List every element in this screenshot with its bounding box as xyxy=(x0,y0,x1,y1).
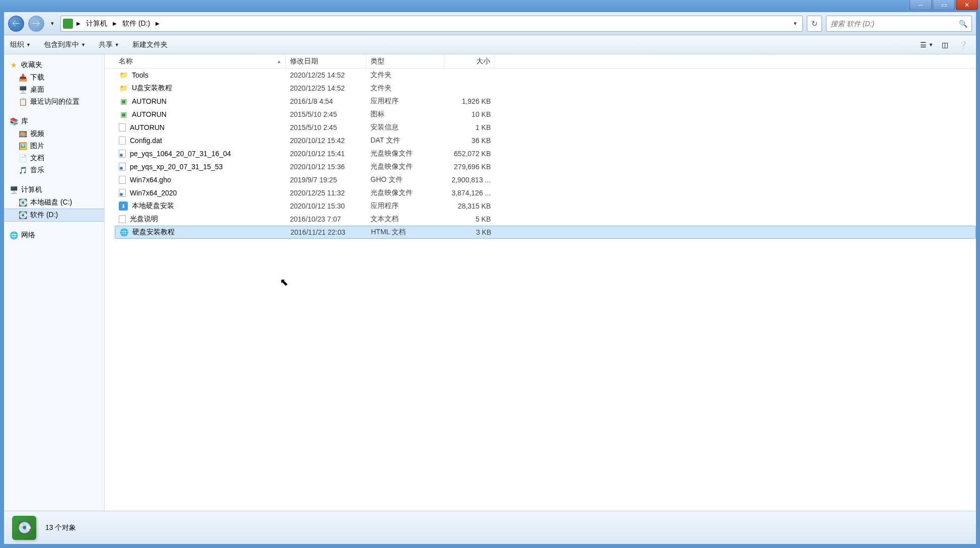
breadcrumb-computer[interactable]: 计算机 xyxy=(84,18,109,29)
search-icon[interactable]: 🔍 xyxy=(959,20,967,28)
file-date: 2020/12/25 14:52 xyxy=(286,84,366,92)
file-size: 652,072 KB xyxy=(444,150,495,158)
sidebar-item-music[interactable]: 🎵 音乐 xyxy=(4,164,104,176)
file-type: GHO 文件 xyxy=(366,175,444,184)
file-date: 2020/10/12 15:30 xyxy=(286,202,366,210)
sidebar-network-label: 网络 xyxy=(21,231,35,240)
file-row[interactable]: 📁U盘安装教程2020/12/25 14:52文件夹 xyxy=(115,82,976,95)
close-button[interactable]: ✕ xyxy=(956,0,978,10)
breadcrumb-sep-icon[interactable]: ▶ xyxy=(111,20,118,27)
breadcrumb-sep-icon[interactable]: ▶ xyxy=(75,20,82,27)
main-area: ★ 收藏夹 📥 下载 🖥️ 桌面 📋 最近访问的位置 📚 xyxy=(4,54,976,511)
sidebar-item-videos[interactable]: 🎞️ 视频 xyxy=(4,128,104,140)
file-size: 279,696 KB xyxy=(444,163,495,171)
drive-large-icon: 💽 xyxy=(12,516,36,540)
sidebar-item-drive-d[interactable]: 💽 软件 (D:) xyxy=(4,209,104,222)
column-header-date[interactable]: 修改日期 xyxy=(286,54,366,68)
file-type: 应用程序 xyxy=(366,201,444,211)
chevron-down-icon: ▼ xyxy=(81,42,86,47)
preview-pane-button[interactable]: ◫ xyxy=(938,39,952,51)
column-header-size[interactable]: 大小 xyxy=(444,54,495,68)
command-bar: 组织 ▼ 包含到库中 ▼ 共享 ▼ 新建文件夹 ☰ ▼ ◫ ❔ xyxy=(4,35,976,54)
file-name: 硬盘安装教程 xyxy=(132,228,175,237)
column-header-type[interactable]: 类型 xyxy=(366,54,444,68)
sidebar-item-desktop[interactable]: 🖥️ 桌面 xyxy=(4,84,104,96)
refresh-button[interactable]: ↻ xyxy=(807,16,822,32)
file-type-icon xyxy=(119,123,126,131)
breadcrumb-drive[interactable]: 软件 (D:) xyxy=(120,18,152,29)
back-button[interactable]: 🡠 xyxy=(8,16,24,32)
file-row[interactable]: Win7x64_20202020/12/25 11:32光盘映像文件3,874,… xyxy=(115,186,976,199)
search-box[interactable]: 🔍 xyxy=(826,16,972,32)
file-name: pe_yqs_1064_20_07_31_16_04 xyxy=(130,150,231,158)
file-type: HTML 文档 xyxy=(367,228,445,237)
help-button[interactable]: ❔ xyxy=(956,39,970,51)
sidebar-item-recent[interactable]: 📋 最近访问的位置 xyxy=(4,96,104,108)
file-row[interactable]: 光盘说明2016/10/23 7:07文本文档5 KB xyxy=(115,213,976,226)
new-folder-label: 新建文件夹 xyxy=(132,40,168,49)
file-name: 本地硬盘安装 xyxy=(132,201,174,211)
status-bar: 💽 13 个对象 xyxy=(4,511,976,544)
column-header-name[interactable]: 名称 ▲ xyxy=(115,54,286,68)
new-folder-button[interactable]: 新建文件夹 xyxy=(132,40,168,49)
sidebar-item-pictures[interactable]: 🖼️ 图片 xyxy=(4,140,104,152)
drive-icon xyxy=(63,19,73,29)
file-name: Config.dat xyxy=(130,136,162,145)
sidebar-libraries-header[interactable]: 📚 库 xyxy=(4,115,104,128)
drive-icon: 💽 xyxy=(18,211,27,220)
file-type-icon xyxy=(119,189,126,197)
help-icon: ❔ xyxy=(959,41,967,49)
view-icon: ☰ xyxy=(920,41,927,49)
address-bar[interactable]: ▶ 计算机 ▶ 软件 (D:) ▶ ▾ xyxy=(60,16,803,32)
search-input[interactable] xyxy=(831,20,959,28)
nav-history-dropdown[interactable]: ▼ xyxy=(48,16,56,32)
sidebar-favorites-group: ★ 收藏夹 📥 下载 🖥️ 桌面 📋 最近访问的位置 xyxy=(4,58,104,108)
file-row[interactable]: pe_yqs_xp_20_07_31_15_532020/10/12 15:36… xyxy=(115,160,976,173)
file-row[interactable]: 🌐硬盘安装教程2016/11/21 22:03HTML 文档3 KB xyxy=(115,226,976,239)
file-type-icon xyxy=(119,136,126,145)
share-menu[interactable]: 共享 ▼ xyxy=(99,40,119,49)
file-row[interactable]: AUTORUN2015/5/10 2:45安装信息1 KB xyxy=(115,121,976,134)
desktop-icon: 🖥️ xyxy=(18,85,27,94)
include-label: 包含到库中 xyxy=(44,40,79,49)
include-in-library-menu[interactable]: 包含到库中 ▼ xyxy=(44,40,86,49)
file-row[interactable]: Config.dat2020/10/12 15:42DAT 文件36 KB xyxy=(115,134,976,147)
file-row[interactable]: ⬇本地硬盘安装2020/10/12 15:30应用程序28,315 KB xyxy=(115,199,976,213)
sidebar-network-header[interactable]: 🌐 网络 xyxy=(4,229,104,242)
file-type: 应用程序 xyxy=(366,97,444,106)
file-date: 2019/9/7 19:25 xyxy=(286,176,366,184)
view-options-button[interactable]: ☰ ▼ xyxy=(920,39,934,51)
file-type-icon: ⬇ xyxy=(119,201,128,211)
file-row[interactable]: Win7x64.gho2019/9/7 19:25GHO 文件2,900,813… xyxy=(115,173,976,186)
file-name: Tools xyxy=(132,71,148,79)
file-type-icon: ▣ xyxy=(119,110,128,119)
file-date: 2020/12/25 11:32 xyxy=(286,189,366,197)
file-type-icon: ▣ xyxy=(119,97,128,106)
file-type: 光盘映像文件 xyxy=(366,188,444,197)
window-frame: 🡠 🡢 ▼ ▶ 计算机 ▶ 软件 (D:) ▶ ▾ ↻ 🔍 组织 ▼ 包含到库中… xyxy=(0,12,980,548)
sidebar-item-downloads[interactable]: 📥 下载 xyxy=(4,72,104,84)
file-date: 2015/5/10 2:45 xyxy=(286,110,366,118)
status-text: 13 个对象 xyxy=(45,523,76,532)
breadcrumb-sep-icon[interactable]: ▶ xyxy=(154,20,161,27)
forward-button[interactable]: 🡢 xyxy=(28,16,44,32)
file-row[interactable]: pe_yqs_1064_20_07_31_16_042020/10/12 15:… xyxy=(115,147,976,160)
sidebar-item-drive-c[interactable]: 💽 本地磁盘 (C:) xyxy=(4,196,104,209)
file-type-icon xyxy=(119,176,126,184)
sidebar-favorites-header[interactable]: ★ 收藏夹 xyxy=(4,58,104,72)
video-icon: 🎞️ xyxy=(18,129,27,139)
sidebar-item-documents[interactable]: 📄 文档 xyxy=(4,152,104,164)
preview-pane-icon: ◫ xyxy=(942,41,948,49)
file-row[interactable]: 📁Tools2020/12/25 14:52文件夹 xyxy=(115,68,976,82)
recent-icon: 📋 xyxy=(18,97,27,106)
file-row[interactable]: ▣AUTORUN2015/5/10 2:45图标10 KB xyxy=(115,108,976,121)
sidebar-computer-header[interactable]: 🖥️ 计算机 xyxy=(4,183,104,196)
minimize-button[interactable]: ─ xyxy=(910,0,932,10)
organize-menu[interactable]: 组织 ▼ xyxy=(10,40,31,49)
maximize-button[interactable]: ▭ xyxy=(933,0,955,10)
address-dropdown[interactable]: ▾ xyxy=(790,20,800,27)
share-label: 共享 xyxy=(99,40,113,49)
file-row[interactable]: ▣AUTORUN2016/1/8 4:54应用程序1,926 KB xyxy=(115,95,976,108)
file-name: AUTORUN xyxy=(132,97,167,105)
file-name: Win7x64_2020 xyxy=(130,189,177,197)
